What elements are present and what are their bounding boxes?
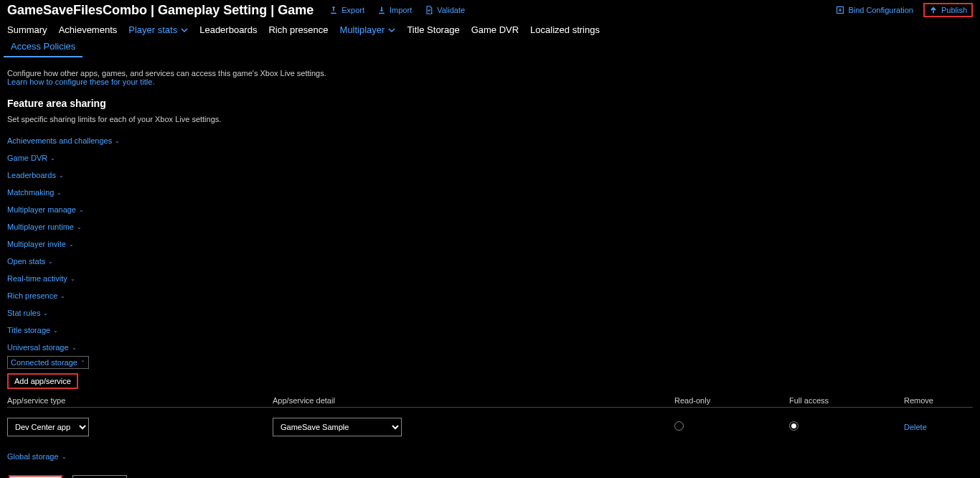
chevron-down-icon: ⌄ — [79, 207, 84, 213]
col-header-type: App/service type — [7, 396, 273, 405]
feature-game-dvr[interactable]: Game DVR⌄ — [7, 149, 973, 167]
chevron-down-icon — [388, 27, 395, 34]
learn-link[interactable]: Learn how to configure these for your ti… — [7, 78, 973, 86]
col-header-fullaccess: Full access — [789, 396, 904, 405]
app-detail-select[interactable]: GameSave Sample — [273, 418, 402, 436]
chevron-down-icon: ⌄ — [115, 138, 120, 144]
chevron-down-icon: ⌄ — [57, 189, 62, 196]
app-service-table: App/service type App/service detail Read… — [7, 396, 973, 442]
page-description: Configure how other apps, games, and ser… — [7, 69, 973, 78]
chevron-down-icon: ⌄ — [70, 276, 75, 282]
tab-summary[interactable]: Summary — [7, 24, 47, 35]
import-button[interactable]: Import — [377, 6, 412, 14]
chevron-down-icon: ⌄ — [60, 293, 65, 299]
chevron-down-icon: ⌄ — [43, 310, 48, 317]
tab-game-dvr[interactable]: Game DVR — [471, 24, 519, 35]
feature-rich-presence[interactable]: Rich presence⌄ — [7, 287, 973, 304]
tab-leaderboards[interactable]: Leaderboards — [199, 24, 257, 35]
breadcrumb-title: GameSaveFilesCombo | Gameplay Setting | … — [7, 3, 314, 18]
readonly-radio[interactable] — [674, 421, 684, 431]
chevron-down-icon: ⌄ — [48, 258, 53, 265]
chevron-down-icon: ⌄ — [77, 224, 82, 230]
table-row: Dev Center app GameSave Sample Delete — [7, 408, 973, 442]
tab-rich-presence[interactable]: Rich presence — [268, 24, 328, 35]
feature-multiplayer-runtime[interactable]: Multiplayer runtime⌄ — [7, 218, 973, 235]
table-header: App/service type App/service detail Read… — [7, 396, 973, 408]
feature-stat-rules[interactable]: Stat rules⌄ — [7, 304, 973, 322]
delete-link[interactable]: Delete — [904, 423, 927, 431]
tab-title-storage[interactable]: Title Storage — [407, 24, 459, 35]
feature-achievements[interactable]: Achievements and challenges⌄ — [7, 132, 973, 149]
export-icon — [329, 6, 338, 14]
tab-localized-strings[interactable]: Localized strings — [530, 24, 600, 35]
col-header-readonly: Read-only — [674, 396, 789, 405]
publish-button[interactable]: Publish — [923, 3, 973, 17]
subtab-access-policies[interactable]: Access Policies — [4, 39, 83, 57]
chevron-down-icon: ⌄ — [50, 155, 55, 161]
validate-button[interactable]: Validate — [425, 6, 465, 14]
feature-global-storage[interactable]: Global storage⌄ — [7, 448, 973, 465]
col-header-detail: App/service detail — [273, 396, 674, 405]
feature-connected-storage[interactable]: Connected storage⌃ — [7, 356, 89, 369]
validate-icon — [425, 6, 433, 14]
save-button[interactable]: Save — [9, 475, 62, 478]
cancel-button[interactable]: Cancel — [72, 475, 126, 478]
tab-player-stats[interactable]: Player stats — [128, 24, 188, 35]
add-app-service-button[interactable]: Add app/service — [7, 373, 78, 389]
chevron-down-icon: ⌄ — [59, 172, 64, 179]
col-header-remove: Remove — [904, 396, 973, 405]
feature-realtime-activity[interactable]: Real-time activity⌄ — [7, 270, 973, 287]
export-button[interactable]: Export — [329, 6, 364, 14]
chevron-down-icon: ⌄ — [53, 327, 58, 334]
chevron-down-icon: ⌄ — [69, 241, 74, 248]
nav-tabs: Summary Achievements Player stats Leader… — [0, 20, 980, 39]
fullaccess-radio[interactable] — [789, 421, 798, 431]
import-icon — [377, 6, 386, 14]
bind-icon — [836, 6, 844, 14]
feature-leaderboards[interactable]: Leaderboards⌄ — [7, 167, 973, 184]
chevron-up-icon: ⌃ — [80, 360, 85, 366]
feature-multiplayer-invite[interactable]: Multiplayer invite⌄ — [7, 235, 973, 253]
feature-list: Achievements and challenges⌄ Game DVR⌄ L… — [7, 132, 973, 369]
feature-matchmaking[interactable]: Matchmaking⌄ — [7, 184, 973, 201]
tab-achievements[interactable]: Achievements — [59, 24, 118, 35]
tab-multiplayer[interactable]: Multiplayer — [340, 24, 396, 35]
section-description: Set specific sharing limits for each of … — [7, 115, 973, 123]
feature-universal-storage[interactable]: Universal storage⌄ — [7, 339, 973, 356]
chevron-down-icon — [181, 27, 188, 34]
feature-title-storage[interactable]: Title storage⌄ — [7, 322, 973, 339]
feature-open-stats[interactable]: Open stats⌄ — [7, 253, 973, 270]
chevron-down-icon: ⌄ — [62, 454, 67, 460]
feature-multiplayer-manage[interactable]: Multiplayer manage⌄ — [7, 201, 973, 218]
section-title: Feature area sharing — [7, 98, 973, 109]
bind-configuration-button[interactable]: Bind Configuration — [836, 6, 913, 14]
chevron-down-icon: ⌄ — [72, 345, 77, 351]
publish-icon — [929, 6, 938, 14]
app-type-select[interactable]: Dev Center app — [7, 418, 89, 436]
